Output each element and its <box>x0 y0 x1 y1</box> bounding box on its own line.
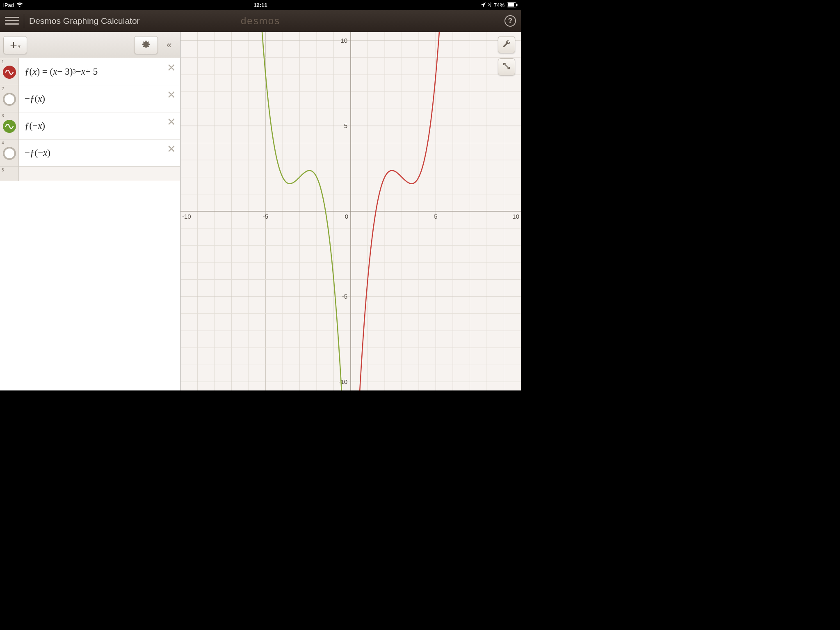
svg-text:10: 10 <box>512 213 519 220</box>
visibility-toggle[interactable] <box>3 93 16 106</box>
row-gutter: 2 <box>0 85 19 112</box>
delete-expression-button[interactable]: ✕ <box>167 143 176 155</box>
delete-expression-button[interactable]: ✕ <box>167 89 176 101</box>
add-expression-button[interactable]: + ▾ <box>3 36 27 54</box>
expression-row[interactable]: 4−ƒ(−x)✕ <box>0 139 180 167</box>
svg-text:10: 10 <box>340 37 347 44</box>
expression-row[interactable]: 3ƒ(−x)✕ <box>0 112 180 139</box>
row-gutter: 1 <box>0 58 19 85</box>
wifi-icon <box>16 2 23 7</box>
row-number: 5 <box>2 168 4 172</box>
expression-panel: + ▾ « 1ƒ(x) = (x − 3)3 − x + 5✕2−ƒ(x)✕3ƒ… <box>0 32 180 390</box>
visibility-toggle[interactable] <box>3 147 16 160</box>
expression-text[interactable]: −ƒ(x) <box>19 85 180 112</box>
graph-settings-button[interactable] <box>498 36 515 53</box>
svg-rect-1 <box>508 3 514 7</box>
expression-text[interactable]: ƒ(x) = (x − 3)3 − x + 5 <box>19 58 180 85</box>
expression-text[interactable]: ƒ(−x) <box>19 112 180 139</box>
status-right: 74% <box>481 2 518 8</box>
row-gutter: 4 <box>0 139 19 166</box>
status-left: iPad <box>3 2 23 8</box>
graph-svg: -10-50510-10-5510 <box>180 32 521 390</box>
delete-expression-button[interactable]: ✕ <box>167 116 176 128</box>
row-gutter: 3 <box>0 112 19 139</box>
wrench-icon <box>502 40 511 50</box>
fullscreen-button[interactable] <box>498 58 515 75</box>
caret-down-icon: ▾ <box>18 43 21 49</box>
row-number: 1 <box>2 59 4 64</box>
app-header: Desmos Graphing Calculator desmos ? <box>0 10 521 32</box>
app-title: Desmos Graphing Calculator <box>29 16 140 26</box>
battery-icon <box>507 2 518 7</box>
header-divider <box>24 14 24 28</box>
gear-icon <box>141 39 151 51</box>
collapse-panel-button[interactable]: « <box>161 36 177 54</box>
svg-text:-5: -5 <box>263 213 268 220</box>
help-button[interactable]: ? <box>504 15 516 27</box>
expression-text[interactable] <box>19 167 180 181</box>
status-time: 12:11 <box>253 2 267 8</box>
location-icon <box>481 2 486 7</box>
expression-settings-button[interactable] <box>134 36 158 54</box>
svg-rect-2 <box>516 4 518 6</box>
expression-text[interactable]: −ƒ(−x) <box>19 139 180 166</box>
svg-text:5: 5 <box>344 122 347 129</box>
svg-text:-10: -10 <box>182 213 191 220</box>
expression-row[interactable]: 5 <box>0 167 180 181</box>
row-gutter: 5 <box>0 167 19 181</box>
status-bar: iPad 12:11 74% <box>0 0 521 10</box>
plus-icon: + <box>10 38 17 52</box>
app-root: iPad 12:11 74% Desmos Graphing Calculato… <box>0 0 521 390</box>
row-number: 2 <box>2 87 4 91</box>
visibility-toggle[interactable] <box>3 66 16 79</box>
bluetooth-icon <box>488 2 491 8</box>
device-label: iPad <box>3 2 14 8</box>
delete-expression-button[interactable]: ✕ <box>167 62 176 74</box>
svg-text:5: 5 <box>434 213 437 220</box>
expression-list: 1ƒ(x) = (x − 3)3 − x + 5✕2−ƒ(x)✕3ƒ(−x)✕4… <box>0 58 180 390</box>
content-area: + ▾ « 1ƒ(x) = (x − 3)3 − x + 5✕2−ƒ(x)✕3ƒ… <box>0 32 521 390</box>
row-number: 4 <box>2 141 4 145</box>
graph-tools <box>498 36 515 75</box>
expand-icon <box>503 62 510 71</box>
expression-row[interactable]: 2−ƒ(x)✕ <box>0 85 180 112</box>
visibility-toggle[interactable] <box>3 120 16 133</box>
menu-button[interactable] <box>5 14 19 28</box>
battery-percent: 74% <box>494 2 504 8</box>
svg-text:-5: -5 <box>342 293 347 300</box>
brand-logo: desmos <box>241 15 280 27</box>
graph-pane[interactable]: -10-50510-10-5510 <box>180 32 521 390</box>
svg-text:0: 0 <box>345 213 348 220</box>
row-number: 3 <box>2 114 4 118</box>
svg-text:-10: -10 <box>338 378 347 385</box>
panel-toolbar: + ▾ « <box>0 32 180 58</box>
expression-row[interactable]: 1ƒ(x) = (x − 3)3 − x + 5✕ <box>0 58 180 85</box>
